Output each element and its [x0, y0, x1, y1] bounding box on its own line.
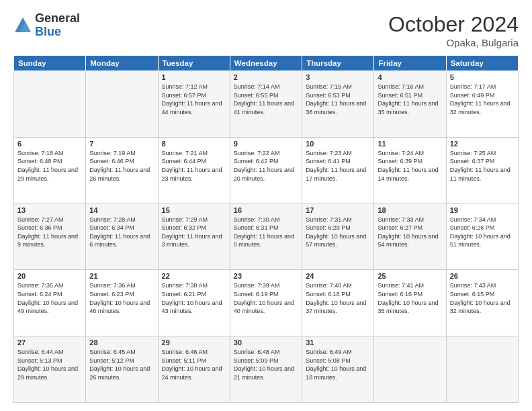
day-num-1-0: 6 [17, 140, 82, 148]
cell-content-4-3: Sunrise: 6:48 AMSunset: 5:09 PMDaylight:… [234, 348, 298, 381]
day-num-3-4: 24 [306, 272, 370, 280]
day-num-4-3: 30 [234, 338, 298, 347]
day-num-1-1: 7 [89, 140, 154, 148]
logo-general-text: General [35, 12, 80, 26]
logo: General Blue [13, 12, 80, 39]
day-num-2-6: 19 [450, 206, 515, 214]
week-row-0: 1Sunrise: 7:12 AMSunset: 6:57 PMDaylight… [14, 71, 519, 138]
page: General Blue October 2024 Opaka, Bulgari… [0, 0, 532, 411]
cell-4-5 [374, 336, 446, 403]
day-num-3-6: 26 [450, 272, 515, 280]
title-block: October 2024 Opaka, Bulgaria [388, 12, 519, 48]
week-row-3: 20Sunrise: 7:35 AMSunset: 6:24 PMDayligh… [14, 270, 519, 336]
day-num-3-2: 22 [162, 272, 226, 280]
day-num-2-1: 14 [89, 206, 154, 214]
cell-3-3: 23Sunrise: 7:39 AMSunset: 6:19 PMDayligh… [230, 270, 302, 336]
cell-4-6 [446, 336, 518, 403]
day-num-0-3: 2 [234, 73, 298, 81]
cell-content-3-2: Sunrise: 7:38 AMSunset: 6:21 PMDaylight:… [162, 281, 226, 315]
cell-content-3-0: Sunrise: 7:35 AMSunset: 6:24 PMDaylight:… [17, 281, 82, 315]
location: Opaka, Bulgaria [388, 37, 519, 48]
cell-0-6: 5Sunrise: 7:17 AMSunset: 6:49 PMDaylight… [446, 71, 518, 138]
cell-0-4: 3Sunrise: 7:15 AMSunset: 6:53 PMDaylight… [302, 71, 374, 138]
cell-content-2-2: Sunrise: 7:29 AMSunset: 6:32 PMDaylight:… [162, 216, 226, 249]
day-num-1-4: 10 [306, 140, 370, 148]
cell-content-2-4: Sunrise: 7:31 AMSunset: 6:29 PMDaylight:… [306, 216, 370, 249]
cell-2-6: 19Sunrise: 7:34 AMSunset: 6:26 PMDayligh… [446, 203, 518, 270]
cell-0-3: 2Sunrise: 7:14 AMSunset: 6:55 PMDaylight… [230, 71, 302, 138]
header-monday: Monday [86, 56, 158, 71]
cell-3-2: 22Sunrise: 7:38 AMSunset: 6:21 PMDayligh… [158, 270, 230, 336]
day-num-3-1: 21 [89, 272, 154, 280]
day-num-1-5: 11 [378, 140, 442, 148]
cell-1-6: 12Sunrise: 7:25 AMSunset: 6:37 PMDayligh… [446, 137, 518, 203]
day-num-2-5: 18 [378, 206, 442, 214]
cell-1-3: 9Sunrise: 7:22 AMSunset: 6:42 PMDaylight… [230, 137, 302, 203]
cell-2-5: 18Sunrise: 7:33 AMSunset: 6:27 PMDayligh… [374, 203, 446, 270]
day-num-4-0: 27 [17, 338, 82, 347]
header: General Blue October 2024 Opaka, Bulgari… [13, 12, 519, 48]
cell-2-2: 15Sunrise: 7:29 AMSunset: 6:32 PMDayligh… [158, 203, 230, 270]
logo-text: General Blue [35, 12, 80, 39]
cell-content-1-4: Sunrise: 7:23 AMSunset: 6:41 PMDaylight:… [306, 149, 370, 183]
cell-4-2: 29Sunrise: 6:46 AMSunset: 5:11 PMDayligh… [158, 336, 230, 403]
cell-content-3-5: Sunrise: 7:41 AMSunset: 6:16 PMDaylight:… [378, 281, 442, 315]
day-num-4-4: 31 [306, 338, 370, 347]
cell-content-2-6: Sunrise: 7:34 AMSunset: 6:26 PMDaylight:… [450, 216, 515, 249]
header-sunday: Sunday [14, 56, 86, 71]
calendar-header: Sunday Monday Tuesday Wednesday Thursday… [14, 56, 519, 71]
cell-content-1-2: Sunrise: 7:21 AMSunset: 6:44 PMDaylight:… [162, 149, 226, 183]
cell-content-4-2: Sunrise: 6:46 AMSunset: 5:11 PMDaylight:… [162, 348, 226, 381]
week-row-4: 27Sunrise: 6:44 AMSunset: 5:13 PMDayligh… [14, 336, 519, 403]
cell-content-2-5: Sunrise: 7:33 AMSunset: 6:27 PMDaylight:… [378, 216, 442, 249]
header-tuesday: Tuesday [158, 56, 230, 71]
cell-1-0: 6Sunrise: 7:18 AMSunset: 6:48 PMDaylight… [14, 137, 86, 203]
calendar-table: Sunday Monday Tuesday Wednesday Thursday… [13, 55, 519, 403]
cell-3-5: 25Sunrise: 7:41 AMSunset: 6:16 PMDayligh… [374, 270, 446, 336]
week-row-2: 13Sunrise: 7:27 AMSunset: 6:36 PMDayligh… [14, 203, 519, 270]
cell-content-2-3: Sunrise: 7:30 AMSunset: 6:31 PMDaylight:… [234, 216, 298, 249]
cell-4-4: 31Sunrise: 6:49 AMSunset: 5:08 PMDayligh… [302, 336, 374, 403]
cell-content-0-6: Sunrise: 7:17 AMSunset: 6:49 PMDaylight:… [450, 83, 515, 116]
day-num-1-2: 8 [162, 140, 226, 148]
cell-0-0 [14, 71, 86, 138]
cell-content-0-4: Sunrise: 7:15 AMSunset: 6:53 PMDaylight:… [306, 83, 370, 116]
cell-1-4: 10Sunrise: 7:23 AMSunset: 6:41 PMDayligh… [302, 137, 374, 203]
calendar-body: 1Sunrise: 7:12 AMSunset: 6:57 PMDaylight… [14, 71, 519, 403]
day-num-2-2: 15 [162, 206, 226, 214]
cell-2-0: 13Sunrise: 7:27 AMSunset: 6:36 PMDayligh… [14, 203, 86, 270]
cell-content-1-1: Sunrise: 7:19 AMSunset: 6:46 PMDaylight:… [89, 149, 154, 183]
day-num-0-4: 3 [306, 73, 370, 81]
cell-content-2-0: Sunrise: 7:27 AMSunset: 6:36 PMDaylight:… [17, 216, 82, 249]
cell-3-1: 21Sunrise: 7:36 AMSunset: 6:23 PMDayligh… [86, 270, 158, 336]
cell-content-3-3: Sunrise: 7:39 AMSunset: 6:19 PMDaylight:… [234, 281, 298, 315]
cell-content-0-5: Sunrise: 7:16 AMSunset: 6:51 PMDaylight:… [378, 83, 442, 116]
cell-content-4-1: Sunrise: 6:45 AMSunset: 5:12 PMDaylight:… [89, 348, 154, 381]
cell-4-1: 28Sunrise: 6:45 AMSunset: 5:12 PMDayligh… [86, 336, 158, 403]
day-num-2-3: 16 [234, 206, 298, 214]
header-saturday: Saturday [446, 56, 518, 71]
cell-0-2: 1Sunrise: 7:12 AMSunset: 6:57 PMDaylight… [158, 71, 230, 138]
month-title: October 2024 [388, 12, 519, 37]
cell-content-1-6: Sunrise: 7:25 AMSunset: 6:37 PMDaylight:… [450, 149, 515, 183]
cell-content-3-4: Sunrise: 7:40 AMSunset: 6:18 PMDaylight:… [306, 281, 370, 315]
day-num-0-2: 1 [162, 73, 226, 81]
day-num-4-1: 28 [89, 338, 154, 347]
day-num-3-5: 25 [378, 272, 442, 280]
cell-content-4-0: Sunrise: 6:44 AMSunset: 5:13 PMDaylight:… [17, 348, 82, 381]
logo-blue-text: Blue [35, 26, 80, 39]
cell-content-3-1: Sunrise: 7:36 AMSunset: 6:23 PMDaylight:… [89, 281, 154, 315]
cell-content-1-3: Sunrise: 7:22 AMSunset: 6:42 PMDaylight:… [234, 149, 298, 183]
cell-content-0-2: Sunrise: 7:12 AMSunset: 6:57 PMDaylight:… [162, 83, 226, 116]
day-num-1-6: 12 [450, 140, 515, 148]
cell-2-4: 17Sunrise: 7:31 AMSunset: 6:29 PMDayligh… [302, 203, 374, 270]
header-thursday: Thursday [302, 56, 374, 71]
cell-1-2: 8Sunrise: 7:21 AMSunset: 6:44 PMDaylight… [158, 137, 230, 203]
cell-3-6: 26Sunrise: 7:43 AMSunset: 6:15 PMDayligh… [446, 270, 518, 336]
header-friday: Friday [374, 56, 446, 71]
day-num-0-5: 4 [378, 73, 442, 81]
cell-content-0-3: Sunrise: 7:14 AMSunset: 6:55 PMDaylight:… [234, 83, 298, 116]
day-num-3-0: 20 [17, 272, 82, 280]
cell-0-5: 4Sunrise: 7:16 AMSunset: 6:51 PMDaylight… [374, 71, 446, 138]
cell-0-1 [86, 71, 158, 138]
